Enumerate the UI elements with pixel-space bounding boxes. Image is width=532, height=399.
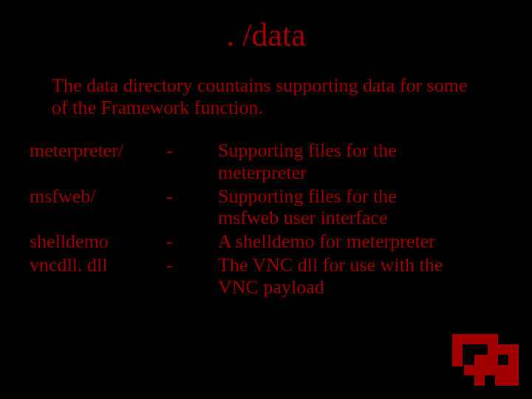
item-desc: A shelldemo for meterpreter	[218, 231, 435, 253]
svg-rect-9	[495, 375, 508, 386]
svg-rect-7	[486, 365, 508, 375]
slide: . /data The data directory countains sup…	[0, 0, 532, 399]
item-desc: Supporting files for the meterpreter	[218, 140, 454, 184]
table-row: vncdll. dll - The VNC dll for use with t…	[30, 254, 502, 299]
page-title: . /data	[0, 0, 532, 61]
table-row: meterpreter/ - Supporting files for the …	[30, 140, 502, 184]
svg-rect-1	[452, 334, 463, 366]
item-name: msfweb/	[30, 185, 166, 208]
item-desc: The VNC dll for use with the VNC payload	[218, 254, 454, 299]
svg-rect-8	[474, 375, 485, 386]
item-dash: -	[166, 185, 218, 208]
item-name: vncdll. dll	[30, 254, 166, 276]
svg-rect-5	[474, 355, 498, 365]
intro-text: The data directory countains supporting …	[52, 75, 488, 119]
table-row: shelldemo - A shelldemo for meterpreter	[30, 231, 502, 253]
item-dash: -	[166, 231, 218, 253]
item-desc: Supporting files for the msfweb user int…	[218, 185, 454, 230]
table-row: msfweb/ - Supporting files for the msfwe…	[30, 185, 502, 230]
item-name: meterpreter/	[30, 140, 166, 162]
svg-rect-4	[508, 344, 519, 386]
svg-rect-6	[464, 365, 486, 375]
item-name: shelldemo	[30, 231, 166, 253]
svg-rect-2	[488, 334, 498, 355]
item-dash: -	[166, 140, 218, 162]
logo-icon	[452, 334, 519, 386]
item-dash: -	[166, 254, 218, 276]
file-listing: meterpreter/ - Supporting files for the …	[30, 140, 502, 299]
